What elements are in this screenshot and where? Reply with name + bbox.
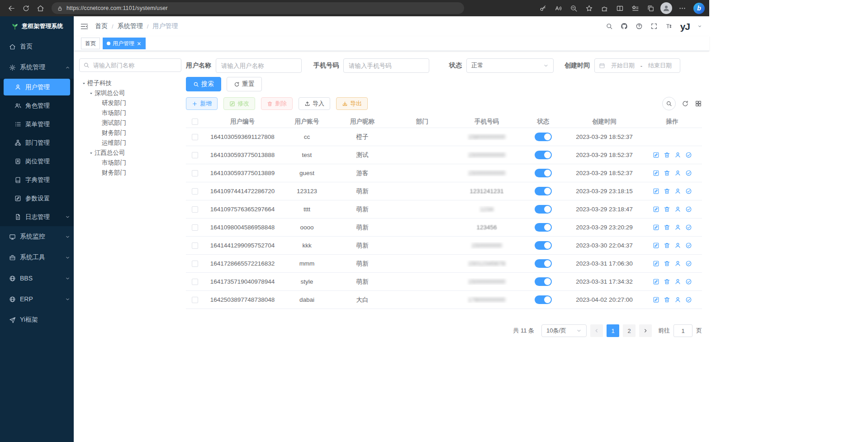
back-button[interactable] [5, 2, 18, 14]
passwords-key-icon[interactable] [536, 2, 550, 14]
column-settings-icon[interactable] [695, 100, 702, 107]
tree-node[interactable]: 市场部门 [79, 108, 181, 118]
status-select[interactable]: 正常 [466, 58, 554, 73]
modify-button[interactable]: 修改 [223, 97, 255, 110]
row-checkbox[interactable] [192, 152, 198, 158]
search-button[interactable]: 搜索 [186, 77, 221, 91]
search-icon[interactable] [606, 23, 613, 30]
phone-input[interactable] [343, 58, 429, 73]
status-toggle[interactable] [535, 133, 552, 141]
row-checkbox[interactable] [192, 261, 198, 267]
row-assign-role-icon[interactable] [685, 260, 692, 267]
tree-node[interactable]: 测试部门 [79, 118, 181, 128]
sidebar-item-dict-mgmt[interactable]: 字典管理 [0, 171, 74, 189]
table-row[interactable]: 1641441299095752704kkk萌新1500000002023-03… [186, 237, 702, 255]
split-screen-icon[interactable] [613, 2, 626, 14]
help-icon[interactable] [636, 23, 643, 30]
sidebar-item-user-mgmt[interactable]: 用户管理 [4, 79, 70, 95]
fullscreen-icon[interactable] [650, 23, 658, 30]
font-size-icon[interactable] [665, 23, 673, 30]
caret-down-icon[interactable] [80, 80, 87, 87]
user-logo[interactable]: yJ [680, 22, 690, 31]
add-button[interactable]: 新增 [186, 97, 218, 110]
table-row[interactable]: 1642503897748738048dabai大白17800000000202… [186, 291, 702, 309]
date-range-picker[interactable]: 开始日期 - 结束日期 [594, 58, 680, 73]
sidebar-item-post-mgmt[interactable]: 岗位管理 [0, 152, 74, 171]
tree-node[interactable]: 财务部门 [79, 128, 181, 138]
caret-down-icon[interactable] [87, 90, 95, 97]
row-reset-password-icon[interactable] [674, 152, 681, 158]
status-toggle[interactable] [535, 169, 552, 177]
row-reset-password-icon[interactable] [674, 260, 681, 267]
tree-node[interactable]: 深圳总公司 [79, 88, 181, 98]
import-button[interactable]: 导入 [299, 97, 330, 110]
goto-page-input[interactable] [674, 324, 693, 337]
github-icon[interactable] [621, 23, 628, 30]
row-edit-icon[interactable] [653, 206, 659, 213]
row-reset-password-icon[interactable] [674, 242, 681, 249]
sidebar-item-system-mgmt[interactable]: 系统管理 [0, 57, 74, 78]
sidebar-item-system-tools[interactable]: 系统工具 [0, 247, 74, 268]
sidebar-item-param-settings[interactable]: 参数设置 [0, 189, 74, 208]
row-assign-role-icon[interactable] [685, 224, 692, 231]
row-delete-icon[interactable] [664, 170, 670, 176]
row-reset-password-icon[interactable] [674, 224, 681, 231]
select-all-checkbox[interactable] [192, 119, 198, 125]
status-toggle[interactable] [535, 259, 552, 268]
status-toggle[interactable] [535, 187, 552, 195]
row-assign-role-icon[interactable] [685, 278, 692, 285]
row-checkbox[interactable] [192, 188, 198, 195]
tab-user-mgmt[interactable]: 用户管理 [103, 38, 146, 49]
row-checkbox[interactable] [192, 242, 198, 249]
tree-node[interactable]: 运维部门 [79, 138, 181, 148]
tab-close-icon[interactable] [137, 41, 142, 46]
row-assign-role-icon[interactable] [685, 188, 692, 195]
row-checkbox[interactable] [192, 279, 198, 285]
toggle-search-button[interactable] [662, 97, 676, 110]
row-delete-icon[interactable] [664, 224, 670, 231]
copilot-icon[interactable]: b [693, 3, 705, 14]
row-edit-icon[interactable] [653, 278, 659, 285]
page-button-2[interactable]: 2 [623, 324, 636, 337]
status-toggle[interactable] [535, 295, 552, 304]
status-toggle[interactable] [535, 223, 552, 232]
user-menu-chevron-icon[interactable] [697, 24, 702, 29]
page-size-select[interactable]: 10条/页 [541, 324, 587, 337]
zoom-out-icon[interactable] [567, 2, 580, 14]
row-checkbox[interactable] [192, 297, 198, 303]
row-checkbox[interactable] [192, 134, 198, 140]
row-edit-icon[interactable] [653, 242, 659, 249]
row-delete-icon[interactable] [664, 206, 670, 213]
sidebar-item-bbs[interactable]: BBS [0, 268, 74, 289]
reload-button[interactable] [19, 2, 33, 14]
row-assign-role-icon[interactable] [685, 206, 692, 213]
row-edit-icon[interactable] [653, 224, 659, 231]
breadcrumb-item-home[interactable]: 首页 [95, 22, 108, 30]
tree-node[interactable]: 财务部门 [79, 168, 181, 178]
page-button-1[interactable]: 1 [607, 324, 619, 337]
table-row[interactable]: 1641097441472286720123123萌新1231241231202… [186, 182, 702, 200]
row-delete-icon[interactable] [664, 278, 670, 285]
tree-node[interactable]: 江西总公司 [79, 148, 181, 158]
sidebar-item-system-monitor[interactable]: 系统监控 [0, 226, 74, 247]
refresh-table-icon[interactable] [682, 100, 689, 107]
table-row[interactable]: 1641030593691127808cc橙子158000000002023-0… [186, 128, 702, 146]
prev-page-button[interactable] [590, 324, 603, 337]
row-delete-icon[interactable] [664, 242, 670, 249]
row-delete-icon[interactable] [664, 296, 670, 303]
table-row[interactable]: 1641735719040978944style萌新15000000000202… [186, 273, 702, 291]
reset-button[interactable]: 重置 [227, 77, 262, 91]
username-input[interactable] [216, 58, 302, 73]
row-reset-password-icon[interactable] [674, 278, 681, 285]
browser-home-button[interactable] [33, 2, 47, 14]
row-reset-password-icon[interactable] [674, 296, 681, 303]
row-reset-password-icon[interactable] [674, 206, 681, 213]
row-reset-password-icon[interactable] [674, 170, 681, 176]
sidebar-item-yi-framework[interactable]: Yi框架 [0, 309, 74, 330]
extensions-icon[interactable] [598, 2, 611, 14]
collections-icon[interactable] [644, 2, 657, 14]
tree-node[interactable]: 研发部门 [79, 98, 181, 108]
table-row[interactable]: 1641030593775013888test测试150000000002023… [186, 146, 702, 164]
read-aloud-icon[interactable] [551, 2, 565, 14]
sidebar-collapse-icon[interactable] [80, 22, 89, 31]
